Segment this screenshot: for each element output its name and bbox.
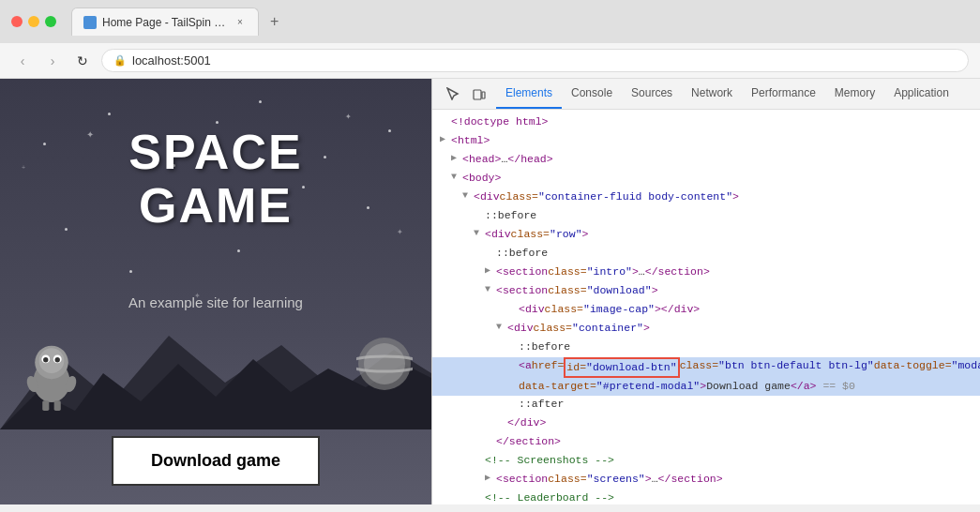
svg-point-8: [55, 357, 60, 362]
address-bar[interactable]: 🔒 localhost:5001: [101, 49, 969, 72]
inspect-element-button[interactable]: [440, 81, 466, 107]
code-line-before2: ::before: [432, 245, 980, 264]
website-panel: ✦ ✦ ✦ + ✦ SPACE GAME An example site for…: [0, 79, 431, 504]
tab-performance[interactable]: Performance: [742, 79, 825, 109]
svg-rect-16: [474, 90, 481, 99]
highlighted-id-attr: id="download-btn": [564, 357, 679, 378]
code-line-doctype: <!doctype html>: [432, 113, 980, 132]
main-content: ✦ ✦ ✦ + ✦ SPACE GAME An example site for…: [0, 79, 980, 504]
game-subtitle: An example site for learning: [128, 294, 303, 310]
code-line-anchor-highlighted: <a href= id="download-btn" class="btn bt…: [432, 357, 980, 396]
alien-character: [19, 336, 84, 411]
close-button[interactable]: [11, 16, 23, 27]
tab-sources[interactable]: Sources: [622, 79, 682, 109]
address-bar-row: ‹ › ↻ 🔒 localhost:5001: [0, 43, 980, 79]
svg-rect-10: [54, 400, 61, 411]
traffic-lights: [11, 16, 56, 27]
code-line-body: ▼ <body>: [432, 170, 980, 188]
svg-point-14: [364, 343, 405, 384]
code-line-comment-screenshots: <!-- Screenshots -->: [432, 452, 980, 471]
back-button[interactable]: ‹: [11, 50, 34, 72]
tab-close-button[interactable]: ×: [234, 16, 247, 29]
tab-title: Home Page - TailSpin SpaceGa...: [102, 16, 228, 29]
code-line-intro: ▶ <section class="intro">…</section>: [432, 264, 980, 282]
forward-button[interactable]: ›: [41, 50, 64, 72]
code-line-close-div1: </div>: [432, 414, 980, 433]
title-bar: Home Page - TailSpin SpaceGa... × +: [0, 0, 980, 43]
code-line-row: ▼ <div class="row">: [432, 226, 980, 245]
tab-elements[interactable]: Elements: [496, 79, 562, 109]
minimize-button[interactable]: [28, 16, 39, 27]
code-line-after: ::after: [432, 396, 980, 414]
svg-rect-17: [482, 92, 485, 98]
reload-button[interactable]: ↻: [71, 50, 94, 72]
code-line-head: ▶ <head>…</head>: [432, 151, 980, 170]
code-line-download-section: ▼ <section class="download">: [432, 282, 980, 301]
browser-chrome: Home Page - TailSpin SpaceGa... × + ‹ › …: [0, 0, 980, 79]
tab-memory[interactable]: Memory: [825, 79, 884, 109]
code-line-image-cap: <div class="image-cap"></div>: [432, 301, 980, 320]
code-line-screens: ▶ <section class="screens">…</section>: [432, 471, 980, 489]
code-line-html: ▶ <html>: [432, 132, 980, 151]
code-line-close-section: </section>: [432, 433, 980, 452]
website-background: ✦ ✦ ✦ + ✦ SPACE GAME An example site for…: [0, 79, 431, 504]
game-title: SPACE GAME: [128, 126, 302, 233]
devtools-toolbar: Elements Console Sources Network Perform…: [432, 79, 980, 110]
code-panel[interactable]: <!doctype html> ▶ <html> ▶ <head>…</head…: [432, 110, 980, 504]
download-button-wrapper: Download game: [112, 436, 320, 486]
code-line-container: ▼ <div class="container-fluid body-conte…: [432, 188, 980, 207]
tab-bar: Home Page - TailSpin SpaceGa... × +: [64, 8, 969, 36]
download-game-button[interactable]: Download game: [112, 436, 320, 486]
device-toolbar-button[interactable]: [466, 81, 492, 107]
devtools-panel: Elements Console Sources Network Perform…: [431, 79, 980, 504]
tab-network[interactable]: Network: [682, 79, 742, 109]
code-line-before1: ::before: [432, 207, 980, 226]
svg-rect-9: [42, 400, 49, 411]
lock-icon: 🔒: [113, 54, 127, 67]
address-text: localhost:5001: [132, 53, 211, 68]
tab-console[interactable]: Console: [562, 79, 622, 109]
browser-tab[interactable]: Home Page - TailSpin SpaceGa... ×: [71, 8, 259, 36]
code-line-container2: ▼ <div class="container">: [432, 320, 980, 339]
code-line-comment-leaderboard: <!-- Leaderboard -->: [432, 489, 980, 504]
tab-favicon: [83, 16, 97, 29]
maximize-button[interactable]: [45, 16, 56, 27]
planet-character: [356, 317, 413, 429]
devtools-tabs: Elements Console Sources Network Perform…: [496, 79, 980, 109]
tab-application[interactable]: Application: [884, 79, 958, 109]
new-tab-button[interactable]: +: [263, 8, 286, 36]
svg-point-7: [43, 357, 48, 362]
code-line-before3: ::before: [432, 339, 980, 357]
